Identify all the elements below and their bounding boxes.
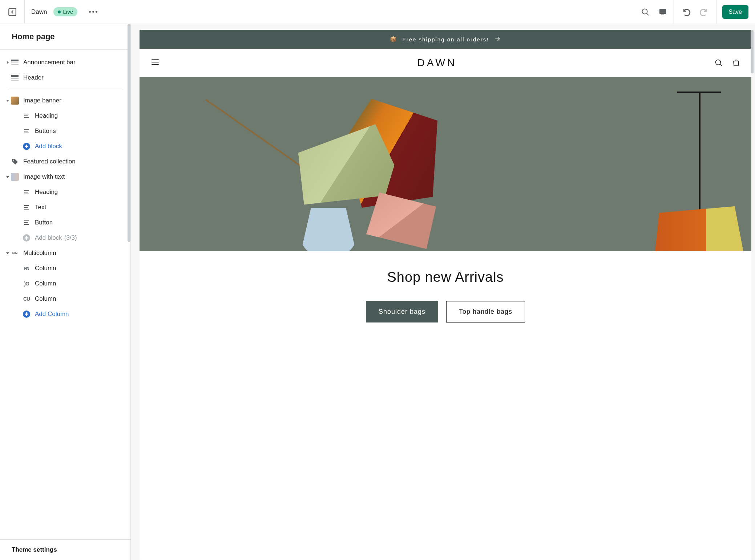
store-logo[interactable]: DAWN bbox=[417, 57, 457, 69]
banner-button-primary[interactable]: Shoulder bags bbox=[366, 301, 438, 322]
announcement-text: Free shipping on all orders! bbox=[403, 36, 489, 42]
search-icon[interactable] bbox=[714, 58, 723, 67]
add-column-label: Add Column bbox=[35, 311, 69, 318]
cart-icon[interactable] bbox=[732, 58, 740, 67]
section-label: Multicolumn bbox=[23, 249, 56, 257]
theme-info: Dawn Live bbox=[25, 7, 109, 16]
block-column-2[interactable]: )G Column bbox=[0, 276, 130, 291]
announcement-bar-icon bbox=[11, 58, 19, 66]
section-multicolumn[interactable]: FIN Multicolumn bbox=[0, 245, 130, 261]
viewport-desktop-button[interactable] bbox=[654, 0, 671, 24]
text-align-icon bbox=[23, 219, 31, 227]
text-align-icon bbox=[23, 188, 31, 196]
add-block-label: Add block bbox=[35, 143, 62, 150]
main: Home page Announcement bar Header Image … bbox=[0, 24, 755, 560]
preview-frame: 📦 Free shipping on all orders! DAWN bbox=[140, 30, 751, 560]
svg-rect-8 bbox=[11, 78, 19, 79]
block-label: Column bbox=[35, 265, 56, 272]
section-label: Image banner bbox=[23, 97, 61, 104]
block-label: Heading bbox=[35, 188, 58, 196]
menu-button[interactable] bbox=[150, 57, 160, 68]
preview-scrollbar[interactable] bbox=[751, 30, 754, 73]
hamburger-icon bbox=[150, 57, 160, 67]
section-label: Header bbox=[23, 74, 44, 81]
image-banner-icon bbox=[11, 97, 19, 105]
text-align-icon bbox=[23, 112, 31, 120]
block-label: Buttons bbox=[35, 127, 56, 135]
topbar: Dawn Live Save bbox=[0, 0, 755, 24]
block-label: Heading bbox=[35, 112, 58, 119]
price-tag-icon bbox=[11, 158, 19, 166]
block-buttons[interactable]: Buttons bbox=[0, 123, 130, 139]
search-button[interactable] bbox=[637, 0, 654, 24]
more-horizontal-icon bbox=[89, 11, 97, 13]
block-column-1[interactable]: FIN Column bbox=[0, 261, 130, 276]
block-heading[interactable]: Heading bbox=[0, 184, 130, 200]
sidebar-scrollbar[interactable] bbox=[128, 24, 130, 242]
sidebar: Home page Announcement bar Header Image … bbox=[0, 24, 131, 560]
section-announcement-bar[interactable]: Announcement bar bbox=[0, 55, 130, 70]
status-dot-icon bbox=[58, 11, 61, 13]
banner-bag-image bbox=[299, 208, 358, 251]
block-button[interactable]: Button bbox=[0, 215, 130, 230]
search-icon bbox=[641, 8, 650, 16]
redo-button[interactable] bbox=[695, 0, 711, 24]
column-thumb-icon: FIN bbox=[23, 265, 31, 271]
column-thumb-icon: )G bbox=[23, 281, 31, 287]
svg-point-11 bbox=[715, 60, 720, 65]
section-label: Featured collection bbox=[23, 158, 76, 165]
theme-name: Dawn bbox=[31, 8, 47, 16]
add-block-image-banner[interactable]: Add block bbox=[0, 139, 130, 154]
add-icon bbox=[23, 142, 31, 150]
block-heading[interactable]: Heading bbox=[0, 108, 130, 123]
banner-bag-image bbox=[361, 185, 441, 251]
banner-buttons: Shoulder bags Top handle bags bbox=[154, 301, 737, 322]
section-image-with-text[interactable]: Image with text bbox=[0, 169, 130, 184]
theme-settings-button[interactable]: Theme settings bbox=[0, 539, 130, 560]
text-align-icon bbox=[23, 203, 31, 211]
arrow-right-icon bbox=[494, 35, 501, 44]
block-column-3[interactable]: CU Column bbox=[0, 291, 130, 307]
back-button[interactable] bbox=[0, 0, 25, 24]
add-column-multicolumn[interactable]: Add Column bbox=[0, 307, 130, 322]
section-label: Announcement bar bbox=[23, 59, 76, 66]
add-block-count: (3/3) bbox=[64, 234, 77, 242]
banner-bag-image bbox=[650, 193, 744, 251]
caret-down-icon bbox=[5, 175, 10, 179]
store-header: DAWN bbox=[140, 49, 751, 77]
block-label: Text bbox=[35, 204, 46, 211]
status-label: Live bbox=[63, 9, 73, 15]
add-icon bbox=[23, 234, 31, 242]
multicolumn-icon: FIN bbox=[11, 249, 19, 257]
svg-rect-9 bbox=[11, 80, 19, 81]
caret-right-icon bbox=[5, 61, 10, 64]
save-button[interactable]: Save bbox=[722, 5, 748, 19]
banner-heading: Shop new Arrivals bbox=[154, 269, 737, 285]
page-title: Home page bbox=[0, 24, 130, 50]
section-label: Image with text bbox=[23, 173, 65, 180]
package-icon: 📦 bbox=[390, 36, 397, 42]
svg-rect-6 bbox=[11, 64, 19, 65]
topbar-right: Save bbox=[637, 0, 755, 24]
svg-rect-7 bbox=[11, 75, 19, 77]
banner-button-secondary[interactable]: Top handle bags bbox=[446, 301, 525, 322]
svg-point-10 bbox=[13, 160, 14, 161]
more-actions-button[interactable] bbox=[84, 11, 102, 13]
section-image-banner[interactable]: Image banner bbox=[0, 93, 130, 108]
section-featured-collection[interactable]: Featured collection bbox=[0, 154, 130, 169]
undo-icon bbox=[682, 7, 692, 17]
svg-point-1 bbox=[642, 9, 647, 14]
section-header[interactable]: Header bbox=[0, 70, 130, 85]
tree-separator bbox=[7, 89, 123, 89]
block-text[interactable]: Text bbox=[0, 200, 130, 215]
announcement-bar[interactable]: 📦 Free shipping on all orders! bbox=[140, 30, 751, 49]
column-thumb-icon: CU bbox=[23, 296, 31, 302]
block-label: Column bbox=[35, 295, 56, 303]
desktop-icon bbox=[658, 8, 667, 16]
image-with-text-icon bbox=[11, 173, 19, 181]
undo-button[interactable] bbox=[679, 0, 695, 24]
add-icon bbox=[23, 310, 31, 318]
image-banner bbox=[140, 77, 751, 251]
banner-content: Shop new Arrivals Shoulder bags Top hand… bbox=[140, 251, 751, 337]
block-label: Column bbox=[35, 280, 56, 287]
